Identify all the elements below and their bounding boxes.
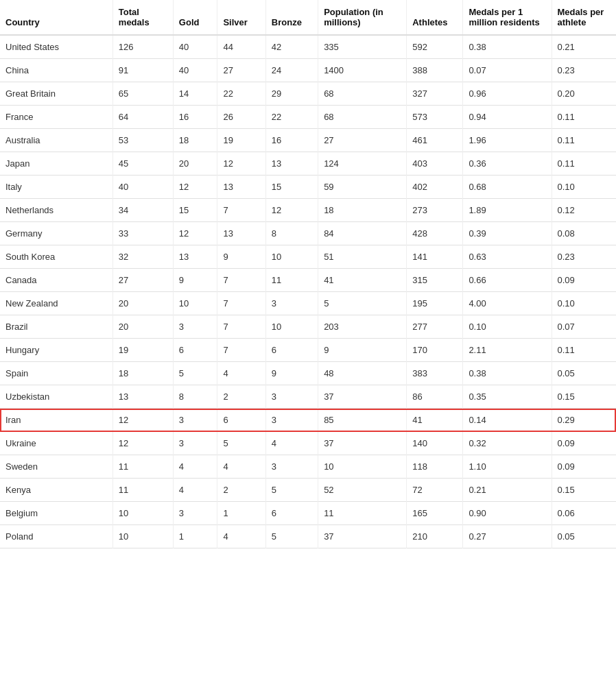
header-country: Country [0,0,112,35]
table-cell: 8 [173,385,217,409]
table-cell: 592 [407,35,463,59]
table-cell: 26 [217,106,265,129]
table-header-row: Country Total medals Gold Silver Bronze … [0,0,616,35]
table-cell: 8 [265,222,318,245]
table-cell: 10 [265,245,318,269]
table-cell: 10 [265,315,318,339]
header-mpr: Medals per 1 million residents [463,0,552,35]
table-cell: 0.10 [463,315,552,339]
table-cell: 68 [318,106,407,129]
table-cell: 7 [217,292,265,315]
table-row: Great Britain65142229683270.960.20 [0,82,616,106]
table-row: France64162622685730.940.11 [0,106,616,129]
table-cell: 27 [318,129,407,152]
table-cell: 0.23 [552,245,616,269]
table-cell: 118 [407,455,463,479]
table-cell: 1.89 [463,199,552,222]
table-cell: 11 [112,455,173,479]
table-cell: 0.14 [463,409,552,432]
table-cell: 0.21 [463,479,552,502]
header-mpa: Medals per athlete [552,0,616,35]
table-cell: 7 [217,315,265,339]
table-cell: 6 [265,502,318,525]
table-cell: 9 [173,269,217,292]
table-cell: 16 [173,106,217,129]
table-row: Brazil2037102032770.100.07 [0,315,616,339]
table-row: Hungary1967691702.110.11 [0,339,616,362]
table-row: South Korea3213910511410.630.23 [0,245,616,269]
table-cell: 0.20 [552,82,616,106]
table-cell: Japan [0,152,112,176]
table-cell: 0.94 [463,106,552,129]
table-cell: 0.07 [463,59,552,82]
table-cell: 40 [112,176,173,199]
table-cell: 0.15 [552,479,616,502]
table-cell: United States [0,35,112,59]
table-cell: 12 [265,199,318,222]
table-cell: 15 [173,199,217,222]
table-cell: 3 [173,432,217,455]
table-cell: 12 [112,409,173,432]
table-cell: 64 [112,106,173,129]
table-cell: 3 [265,385,318,409]
table-cell: 3 [173,502,217,525]
table-cell: 402 [407,176,463,199]
table-cell: 9 [265,362,318,385]
table-cell: New Zealand [0,292,112,315]
table-cell: 428 [407,222,463,245]
table-cell: 0.15 [552,385,616,409]
table-cell: 5 [318,292,407,315]
header-population: Population (in millions) [318,0,407,35]
header-bronze: Bronze [265,0,318,35]
table-cell: 3 [265,409,318,432]
table-cell: 124 [318,152,407,176]
table-cell: 12 [112,432,173,455]
table-cell: 32 [112,245,173,269]
table-cell: 41 [318,269,407,292]
table-cell: 37 [318,525,407,548]
table-cell: 59 [318,176,407,199]
table-cell: 0.07 [552,315,616,339]
table-row: New Zealand20107351954.000.10 [0,292,616,315]
table-cell: 0.05 [552,362,616,385]
table-cell: Great Britain [0,82,112,106]
table-cell: 140 [407,432,463,455]
table-cell: 210 [407,525,463,548]
table-cell: 141 [407,245,463,269]
medals-table: Country Total medals Gold Silver Bronze … [0,0,616,548]
table-cell: 573 [407,106,463,129]
table-cell: 165 [407,502,463,525]
table-cell: 0.35 [463,385,552,409]
table-cell: 4.00 [463,292,552,315]
table-cell: 9 [217,245,265,269]
table-cell: 13 [265,152,318,176]
table-row: Iran1236385410.140.29 [0,409,616,432]
table-cell: 0.38 [463,35,552,59]
table-row: Sweden11443101181.100.09 [0,455,616,479]
table-cell: 4 [173,479,217,502]
table-cell: 19 [112,339,173,362]
table-cell: Ukraine [0,432,112,455]
table-row: Spain18549483830.380.05 [0,362,616,385]
table-cell: 2.11 [463,339,552,362]
table-cell: 277 [407,315,463,339]
table-cell: 84 [318,222,407,245]
table-cell: 0.10 [552,292,616,315]
table-cell: 45 [112,152,173,176]
table-row: Uzbekistan1382337860.350.15 [0,385,616,409]
table-cell: Uzbekistan [0,385,112,409]
table-cell: 24 [265,59,318,82]
table-cell: 13 [217,222,265,245]
table-cell: 18 [173,129,217,152]
table-cell: 53 [112,129,173,152]
table-cell: 37 [318,432,407,455]
table-row: Netherlands3415712182731.890.12 [0,199,616,222]
table-cell: 20 [112,315,173,339]
table-cell: 4 [217,455,265,479]
table-cell: 0.06 [552,502,616,525]
table-cell: 3 [173,409,217,432]
table-cell: 126 [112,35,173,59]
table-cell: 0.32 [463,432,552,455]
table-cell: 13 [112,385,173,409]
table-cell: 6 [265,339,318,362]
